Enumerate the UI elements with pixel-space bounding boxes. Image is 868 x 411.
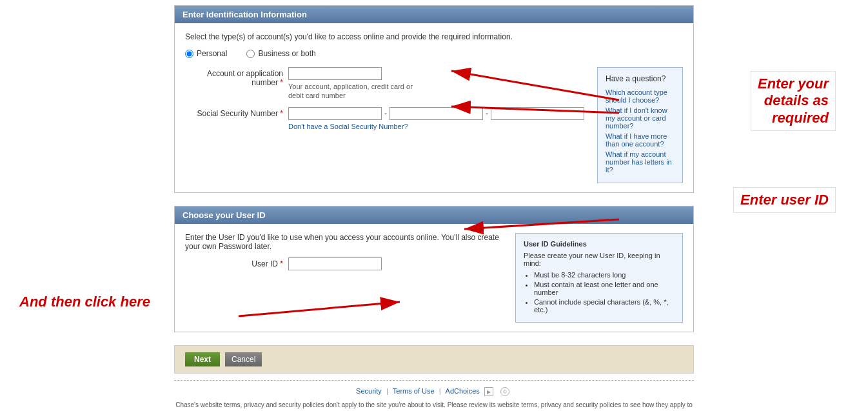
userid-guidelines-box: User ID Guidelines Please create your ne… (515, 233, 683, 323)
userid-guideline-3: Cannot include special characters (&, %,… (534, 298, 675, 314)
ssn-input-group: - - Don't have a Social Security Number? (288, 107, 584, 130)
security-link[interactable]: Security (356, 387, 382, 395)
userid-form-area: Enter the User ID you'd like to use when… (185, 233, 683, 323)
userid-left: Enter the User ID you'd like to use when… (185, 233, 502, 323)
userid-header: Choose your User ID (175, 206, 693, 224)
userid-body: Enter the User ID you'd like to use when… (175, 224, 693, 332)
ssn-label: Social Security Number * (185, 107, 288, 118)
help-link-multiple-accounts[interactable]: What if I have more than one account? (606, 132, 675, 148)
help-link-letters-in-number[interactable]: What if my account number has letters in… (606, 150, 675, 174)
userid-guidelines-intro: Please create your new User ID, keeping … (524, 252, 675, 267)
terms-link[interactable]: Terms of Use (393, 387, 435, 395)
userid-input[interactable] (288, 257, 382, 270)
identification-header: Enter Identification Information (175, 6, 693, 23)
userid-guidelines-title: User ID Guidelines (524, 240, 675, 248)
ssn-link[interactable]: Don't have a Social Security Number? (288, 123, 584, 130)
adchoices-circle-icon: © (500, 387, 509, 396)
personal-radio-label[interactable]: Personal (185, 49, 227, 58)
identification-intro: Select the type(s) of account(s) you'd l… (185, 32, 683, 41)
page-footer: Security | Terms of Use | AdChoices ▶ © … (174, 380, 694, 411)
footer-disclaimer: Chase's website terms, privacy and secur… (174, 400, 694, 411)
userid-label: User ID * (185, 257, 288, 268)
account-number-input[interactable] (288, 67, 382, 80)
cancel-button[interactable]: Cancel (225, 352, 262, 366)
next-button[interactable]: Next (185, 352, 220, 366)
userid-guideline-1: Must be 8-32 characters long (534, 271, 675, 279)
adchoices-link[interactable]: AdChoices (446, 387, 480, 395)
userid-section: Choose your User ID Enter the User ID yo… (174, 206, 694, 332)
personal-radio[interactable] (185, 50, 193, 58)
personal-label: Personal (197, 49, 227, 58)
account-number-input-group: Your account, application, credit card o… (288, 67, 417, 101)
ssn-required-star: * (280, 109, 283, 118)
userid-title: Choose your User ID (182, 210, 266, 220)
ssn-part2-input[interactable] (390, 107, 483, 120)
footer-links: Security | Terms of Use | AdChoices ▶ © (174, 387, 694, 396)
business-radio-label[interactable]: Business or both (246, 49, 315, 58)
account-number-row: Account or application number * Your acc… (185, 67, 584, 101)
help-link-account-type[interactable]: Which account type should I choose? (606, 88, 675, 104)
identification-title: Enter Identification Information (182, 10, 307, 19)
userid-guidelines-list: Must be 8-32 characters long Must contai… (534, 271, 675, 314)
help-box-title: Have a question? (606, 74, 675, 83)
userid-input-group (288, 257, 382, 270)
ssn-part3-input[interactable] (491, 107, 584, 120)
account-type-radio-group: Personal Business or both (185, 49, 683, 58)
identification-form-fields: Account or application number * Your acc… (185, 67, 584, 183)
bottom-bar: Next Cancel (174, 345, 694, 374)
ssn-inputs: - - (288, 107, 584, 120)
help-box: Have a question? Which account type shou… (597, 67, 683, 183)
userid-row: User ID * (185, 257, 502, 270)
userid-intro: Enter the User ID you'd like to use when… (185, 233, 502, 251)
account-number-hint: Your account, application, credit card o… (288, 82, 417, 101)
identification-form-area: Account or application number * Your acc… (185, 67, 683, 183)
identification-section: Enter Identification Information Select … (174, 5, 694, 193)
business-label: Business or both (258, 49, 315, 58)
ssn-row: Social Security Number * - - (185, 107, 584, 130)
page-wrapper: Enter Identification Information Select … (0, 0, 868, 411)
userid-guideline-2: Must contain at least one letter and one… (534, 281, 675, 296)
ssn-part1-input[interactable] (288, 107, 382, 120)
help-link-account-number[interactable]: What if I don't know my account or card … (606, 106, 675, 130)
account-required-star: * (280, 78, 283, 87)
identification-body: Select the type(s) of account(s) you'd l… (175, 23, 693, 192)
adchoices-icon: ▶ (484, 387, 493, 396)
account-number-label: Account or application number * (185, 67, 288, 87)
main-content: Enter Identification Information Select … (0, 0, 868, 411)
userid-required-star: * (280, 259, 283, 268)
business-radio[interactable] (246, 50, 255, 58)
